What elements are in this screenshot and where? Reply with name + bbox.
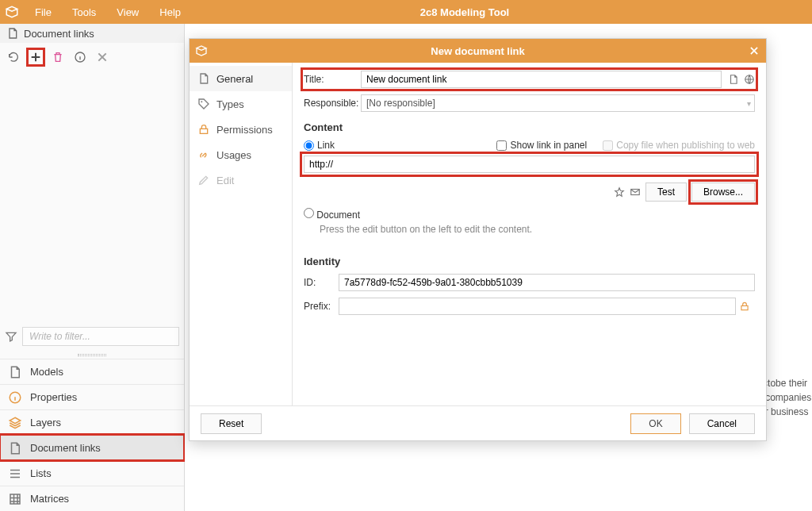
document-radio-input[interactable] xyxy=(304,208,314,218)
tab-label: General xyxy=(216,73,253,85)
title-input[interactable] xyxy=(361,71,722,88)
tab-usages[interactable]: Usages xyxy=(190,142,292,167)
responsible-row: Responsible: [No responsible] xyxy=(304,94,755,112)
url-row xyxy=(304,156,755,173)
copy-file-checkbox: Copy file when publishing to web xyxy=(603,140,755,151)
prefix-label: Prefix: xyxy=(304,301,339,312)
app-logo-icon xyxy=(0,0,24,24)
menu-help[interactable]: Help xyxy=(151,3,189,21)
id-row: ID: xyxy=(304,274,755,291)
reset-button[interactable]: Reset xyxy=(201,413,262,434)
left-nav: Models Properties Layers Document links … xyxy=(0,359,184,511)
tab-types[interactable]: Types xyxy=(190,91,292,117)
document-icon xyxy=(8,365,24,379)
document-icon xyxy=(8,441,24,455)
nav-label: Lists xyxy=(30,467,52,479)
responsible-select[interactable]: [No responsible] xyxy=(361,94,755,112)
menu-file[interactable]: File xyxy=(27,3,59,21)
link-radio-label: Link xyxy=(317,140,335,151)
menu-view[interactable]: View xyxy=(109,3,147,21)
filter-input[interactable] xyxy=(22,327,179,346)
left-panel-title: Document links xyxy=(24,28,94,40)
dialog-logo-icon xyxy=(190,44,213,57)
tab-label: Usages xyxy=(216,149,251,161)
info-icon[interactable] xyxy=(71,48,89,66)
mail-icon[interactable] xyxy=(630,186,641,198)
show-in-panel-input[interactable] xyxy=(496,140,507,151)
nav-label: Document links xyxy=(30,442,101,454)
add-button[interactable] xyxy=(27,48,44,66)
link-icon xyxy=(197,148,212,161)
nav-label: Matrices xyxy=(30,493,69,505)
dialog-titlebar: New document link xyxy=(190,39,766,63)
show-in-panel-checkbox[interactable]: Show link in panel xyxy=(496,140,587,151)
dialog-content: Title: Responsible: [No responsible] Con… xyxy=(293,63,766,405)
responsible-value: [No responsible] xyxy=(366,98,435,109)
app-title: 2c8 Modeling Tool xyxy=(189,6,741,18)
nav-label: Layers xyxy=(30,417,61,428)
pencil-icon xyxy=(197,174,212,186)
delete-icon[interactable] xyxy=(49,48,67,66)
copy-file-input xyxy=(603,140,613,151)
browse-button[interactable]: Browse... xyxy=(691,182,755,202)
document-icon xyxy=(197,72,212,85)
grid-icon xyxy=(8,492,24,506)
tag-icon xyxy=(197,98,212,110)
document-radio[interactable]: Document xyxy=(304,209,360,221)
nav-document-links[interactable]: Document links xyxy=(0,435,184,460)
dialog-footer: Reset OK Cancel xyxy=(190,405,766,440)
panel-resize-handle[interactable] xyxy=(0,351,184,359)
test-button[interactable]: Test xyxy=(645,182,687,202)
globe-icon[interactable] xyxy=(744,74,755,85)
new-doc-icon[interactable] xyxy=(728,74,739,85)
prefix-input[interactable] xyxy=(339,298,736,315)
url-input[interactable] xyxy=(304,156,755,173)
cancel-button[interactable]: Cancel xyxy=(689,413,755,434)
tab-label: Permissions xyxy=(216,124,273,136)
menubar: File Tools View Help 2c8 Modeling Tool xyxy=(0,0,812,24)
dialog-close-button[interactable] xyxy=(742,45,766,56)
id-label: ID: xyxy=(304,277,339,288)
left-toolbar xyxy=(0,43,184,71)
info-icon xyxy=(8,390,24,405)
copy-file-label: Copy file when publishing to web xyxy=(616,140,755,151)
document-icon xyxy=(6,27,19,40)
close-icon[interactable] xyxy=(94,48,111,66)
nav-properties[interactable]: Properties xyxy=(0,384,184,409)
nav-lists[interactable]: Lists xyxy=(0,460,184,486)
tab-permissions[interactable]: Permissions xyxy=(190,117,292,142)
dialog-title: New document link xyxy=(213,45,742,57)
left-panel-header: Document links xyxy=(0,24,184,43)
layers-icon xyxy=(8,416,24,430)
document-hint: Press the edit button on the left to edi… xyxy=(320,224,755,235)
identity-header: Identity xyxy=(304,256,755,267)
nav-models[interactable]: Models xyxy=(0,359,184,384)
lock-icon[interactable] xyxy=(739,301,755,312)
link-option-row: Link Show link in panel Copy file when p… xyxy=(304,140,755,151)
content-header: Content xyxy=(304,121,755,133)
left-panel: Document links Models Properties xyxy=(0,24,185,511)
title-label: Title: xyxy=(304,74,361,85)
lock-icon xyxy=(197,123,212,136)
favorite-icon[interactable] xyxy=(614,186,625,198)
link-radio[interactable]: Link xyxy=(304,140,335,151)
responsible-label: Responsible: xyxy=(304,98,361,109)
filter-icon[interactable] xyxy=(5,330,17,343)
document-radio-label: Document xyxy=(316,209,360,221)
link-radio-input[interactable] xyxy=(304,140,314,151)
tab-general[interactable]: General xyxy=(190,66,292,91)
menu-tools[interactable]: Tools xyxy=(64,3,104,21)
nav-label: Models xyxy=(30,366,63,378)
title-row: Title: xyxy=(304,71,755,88)
nav-matrices[interactable]: Matrices xyxy=(0,486,184,511)
tab-label: Edit xyxy=(216,175,234,186)
nav-layers[interactable]: Layers xyxy=(0,409,184,435)
nav-label: Properties xyxy=(30,391,77,403)
tab-label: Types xyxy=(216,98,244,110)
ok-button[interactable]: OK xyxy=(630,413,680,434)
filter-row xyxy=(0,322,184,351)
new-document-link-dialog: New document link General Types Permissi… xyxy=(189,38,767,441)
list-icon xyxy=(8,467,24,481)
tab-edit: Edit xyxy=(190,167,292,193)
refresh-icon[interactable] xyxy=(5,48,22,66)
